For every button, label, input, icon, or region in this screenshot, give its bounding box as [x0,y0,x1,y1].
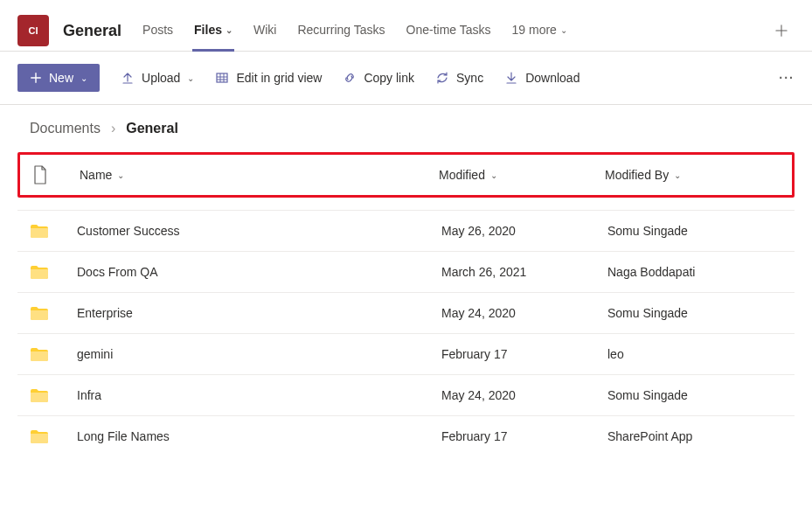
toolbar: New ⌄ Upload ⌄ Edit in grid view Copy li… [0,52,812,105]
chevron-right-icon: › [111,121,115,136]
tab-posts[interactable]: Posts [141,10,175,52]
cell-modified: May 26, 2020 [441,224,607,238]
tabs: Posts Files ⌄ Wiki Recurring Tasks One-t… [141,10,754,51]
sync-button[interactable]: Sync [435,71,483,85]
chevron-down-icon: ⌄ [674,171,681,180]
channel-title: General [63,22,121,40]
tab-label: Files [194,23,222,37]
file-icon [32,165,48,184]
copy-link-label: Copy link [364,71,414,85]
breadcrumb-item[interactable]: Documents [30,121,101,136]
tab-label: Posts [142,23,173,37]
cell-modified: February 17 [441,429,607,443]
upload-button[interactable]: Upload ⌄ [121,71,194,85]
channel-avatar: CI [17,15,49,46]
svg-rect-0 [217,73,227,82]
column-label: Name [80,168,112,182]
table-row[interactable]: Customer Success May 26, 2020 Somu Singa… [17,210,795,251]
copy-link-button[interactable]: Copy link [343,71,414,85]
cell-modified: February 17 [441,347,607,361]
chevron-down-icon: ⌄ [490,171,497,180]
chevron-down-icon: ⌄ [187,73,194,83]
cell-name: Customer Success [77,224,441,238]
cell-name: Long File Names [77,429,441,443]
folder-icon [30,305,77,321]
chevron-down-icon: ⌄ [117,171,124,180]
cell-modified: March 26, 2021 [441,265,607,279]
more-actions-button[interactable]: ··· [779,71,795,85]
cell-name: Infra [77,388,441,402]
table-row[interactable]: gemini February 17 leo [17,333,795,374]
breadcrumb-item-current: General [126,121,178,136]
cell-modified-by: Somu Singade [607,306,782,320]
edit-grid-label: Edit in grid view [236,71,322,85]
folder-icon [30,264,77,280]
folder-icon [30,223,77,239]
cell-name: Enterprise [77,306,441,320]
cell-modified-by: leo [607,347,782,361]
top-bar: CI General Posts Files ⌄ Wiki Recurring … [0,0,812,52]
cell-name: gemini [77,347,441,361]
folder-icon [30,346,77,362]
cell-modified: May 24, 2020 [441,306,607,320]
cell-modified-by: Naga Boddapati [607,265,782,279]
upload-icon [121,71,135,85]
chevron-down-icon: ⌄ [80,73,87,83]
download-label: Download [525,71,580,85]
column-header-type[interactable] [32,165,80,184]
chevron-down-icon: ⌄ [560,25,567,35]
column-header-modified[interactable]: Modified ⌄ [439,168,605,182]
table-row[interactable]: Enterprise May 24, 2020 Somu Singade [17,292,795,333]
tab-label: 19 more [512,23,557,37]
grid-icon [215,71,229,85]
tab-label: Wiki [253,23,276,37]
tab-wiki[interactable]: Wiki [252,10,278,52]
table-row[interactable]: Docs From QA March 26, 2021 Naga Boddapa… [17,251,795,292]
column-label: Modified [439,168,485,182]
table-row[interactable]: Long File Names February 17 SharePoint A… [17,415,795,456]
chevron-down-icon: ⌄ [226,25,232,35]
link-icon [343,71,357,85]
folder-icon [30,387,77,403]
tab-label: Recurring Tasks [297,23,385,37]
plus-icon [775,24,788,37]
sync-icon [435,71,449,85]
column-label: Modified By [605,168,669,182]
cell-name: Docs From QA [77,265,441,279]
file-table: Name ⌄ Modified ⌄ Modified By ⌄ Customer… [0,152,812,456]
tab-recurring-tasks[interactable]: Recurring Tasks [295,10,386,52]
cell-modified-by: SharePoint App [607,429,782,443]
new-button-label: New [49,71,73,85]
column-header-row: Name ⌄ Modified ⌄ Modified By ⌄ [17,152,795,198]
tab-label: One-time Tasks [406,23,491,37]
new-button[interactable]: New ⌄ [17,64,100,92]
plus-icon [30,72,42,84]
tab-files[interactable]: Files ⌄ [192,10,234,52]
download-button[interactable]: Download [504,71,580,85]
breadcrumb: Documents › General [0,105,812,152]
tab-more[interactable]: 19 more ⌄ [510,10,569,52]
upload-label: Upload [142,71,180,85]
tab-onetime-tasks[interactable]: One-time Tasks [405,10,493,52]
edit-grid-button[interactable]: Edit in grid view [215,71,322,85]
column-header-modified-by[interactable]: Modified By ⌄ [605,168,780,182]
folder-icon [30,428,77,444]
column-header-name[interactable]: Name ⌄ [80,168,439,182]
cell-modified-by: Somu Singade [607,388,782,402]
download-icon [504,71,518,85]
table-row[interactable]: Infra May 24, 2020 Somu Singade [17,374,795,415]
cell-modified-by: Somu Singade [607,224,782,238]
sync-label: Sync [456,71,483,85]
cell-modified: May 24, 2020 [441,388,607,402]
add-tab-button[interactable] [768,12,795,49]
